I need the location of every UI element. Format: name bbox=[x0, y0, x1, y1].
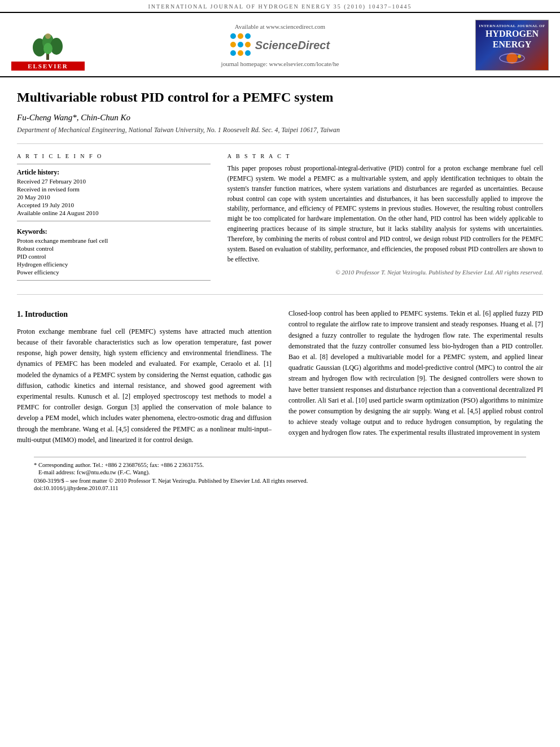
revised-label: Received in revised form bbox=[17, 186, 211, 193]
keyword-4: Hydrogen efficiency bbox=[17, 261, 211, 268]
info-abstract-section: A R T I C L E I N F O Article history: R… bbox=[17, 153, 543, 285]
sciencedirect-text: ScienceDirect bbox=[255, 39, 330, 52]
keyword-3: PID control bbox=[17, 253, 211, 260]
he-intl-label: International Journal of bbox=[479, 24, 545, 28]
keyword-5: Power efficiency bbox=[17, 269, 211, 276]
journal-header-bar: INTERNATIONAL JOURNAL OF HYDROGEN ENERGY… bbox=[0, 0, 560, 13]
history-title: Article history: bbox=[17, 169, 211, 176]
info-sep bbox=[17, 164, 211, 164]
abstract-header: A B S T R A C T bbox=[228, 153, 543, 159]
accepted-date: Accepted 19 July 2010 bbox=[17, 202, 211, 208]
article-title: Multivariable robust PID control for a P… bbox=[17, 89, 543, 106]
center-logo-area: Available at www.sciencedirect.com bbox=[85, 23, 475, 67]
body-text-left: Proton exchange membrane fuel cell (PEMF… bbox=[17, 326, 272, 445]
journal-homepage-text: journal homepage: www.elsevier.com/locat… bbox=[221, 60, 339, 67]
section1-title: 1. Introduction bbox=[17, 308, 272, 321]
body-section: 1. Introduction Proton exchange membrane… bbox=[17, 308, 543, 445]
body-text-right: Closed-loop control has been applied to … bbox=[288, 308, 543, 438]
footer-area: * Corresponding author. Tel.: +886 2 236… bbox=[34, 457, 526, 491]
copyright-line: © 2010 Professor T. Nejat Veziroglu. Pub… bbox=[228, 269, 543, 276]
footer-issn: 0360-3199/$ – see front matter © 2010 Pr… bbox=[34, 478, 526, 484]
logo-area: ELSEVIER Available at www.sciencedirect.… bbox=[0, 13, 560, 77]
keyword-1: Proton exchange membrane fuel cell bbox=[17, 237, 211, 244]
available-date: Available online 24 August 2010 bbox=[17, 209, 211, 216]
footer-email: E-mail address: fcw@ntu.edu.tw (F.-C. Wa… bbox=[34, 469, 526, 475]
divider-1 bbox=[17, 143, 543, 144]
svg-point-5 bbox=[45, 33, 51, 39]
abstract-text: This paper proposes robust proportional-… bbox=[228, 164, 543, 264]
revised-date: 20 May 2010 bbox=[17, 194, 211, 200]
abstract-column: A B S T R A C T This paper proposes robu… bbox=[228, 153, 543, 285]
elsevier-logo: ELSEVIER bbox=[11, 20, 85, 71]
authors: Fu-Cheng Wang*, Chin-Chun Ko bbox=[17, 113, 543, 123]
elsevier-brand-text: ELSEVIER bbox=[11, 62, 85, 71]
svg-point-4 bbox=[43, 43, 53, 54]
affiliation: Department of Mechanical Engineering, Na… bbox=[17, 126, 543, 134]
footer-doi: doi:10.1016/j.ijhydene.2010.07.111 bbox=[34, 485, 526, 491]
keyword-2: Robust control bbox=[17, 245, 211, 252]
keywords-title: Keywords: bbox=[17, 228, 211, 235]
body-col-left: 1. Introduction Proton exchange membrane… bbox=[17, 308, 272, 445]
hydrogen-energy-logo: International Journal of HYDROGENENERGY bbox=[475, 20, 549, 71]
received-date: Received 27 February 2010 bbox=[17, 178, 211, 185]
footer-corresponding: * Corresponding author. Tel.: +886 2 236… bbox=[34, 462, 526, 468]
bottom-sep bbox=[17, 280, 211, 281]
article-content: Multivariable robust PID control for a P… bbox=[0, 89, 560, 503]
sciencedirect-logo: ScienceDirect bbox=[230, 33, 330, 57]
elsevier-tree-icon bbox=[28, 30, 68, 62]
article-info-header: A R T I C L E I N F O bbox=[17, 153, 211, 159]
keywords-sep bbox=[17, 221, 211, 221]
he-journal-name: HYDROGENENERGY bbox=[485, 28, 539, 50]
he-logo-icon bbox=[498, 50, 526, 67]
divider-2 bbox=[17, 294, 543, 295]
body-col-right: Closed-loop control has been applied to … bbox=[288, 308, 543, 445]
article-info-column: A R T I C L E I N F O Article history: R… bbox=[17, 153, 211, 285]
svg-point-8 bbox=[518, 55, 521, 58]
available-text: Available at www.sciencedirect.com bbox=[235, 23, 325, 30]
